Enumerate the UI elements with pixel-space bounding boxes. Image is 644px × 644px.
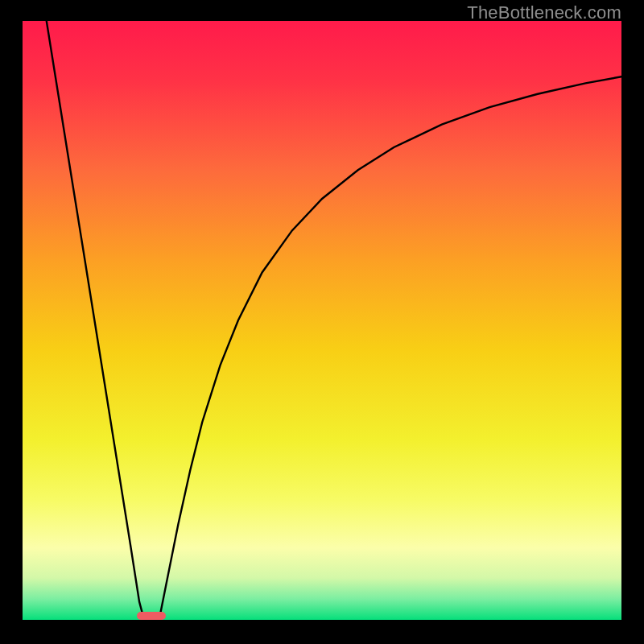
watermark-text: TheBottleneck.com [467,2,621,23]
chart-frame [23,21,621,620]
minimum-marker [137,612,166,620]
chart-plot [23,21,621,620]
chart-background [23,21,621,620]
